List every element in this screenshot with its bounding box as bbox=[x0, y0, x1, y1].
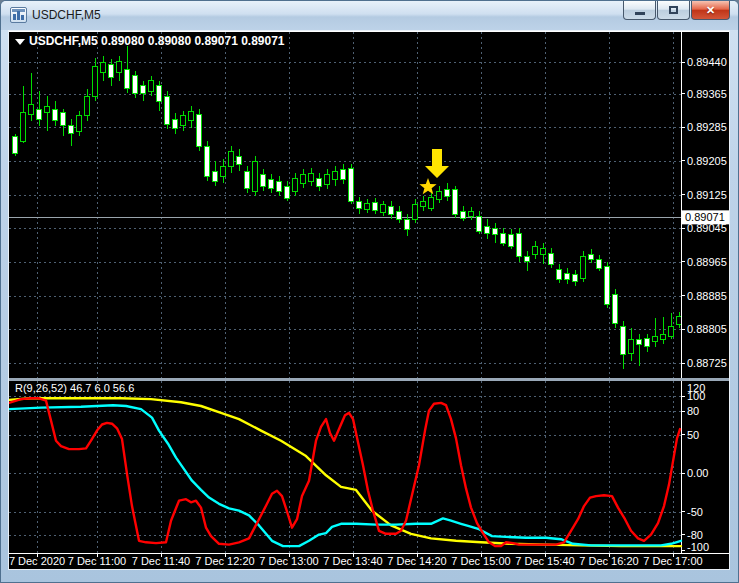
indicator-axis-label: 100 bbox=[687, 390, 705, 402]
time-axis-label: 7 Dec 15:40 bbox=[515, 555, 574, 567]
time-axis-label: 7 Dec 12:20 bbox=[195, 555, 254, 567]
svg-text:0.89071: 0.89071 bbox=[685, 211, 725, 223]
chart-window-icon bbox=[10, 7, 27, 23]
price-axis-label: 0.89285 bbox=[687, 121, 727, 133]
chart-background bbox=[9, 31, 729, 569]
time-axis-label: 7 Dec 14:20 bbox=[387, 555, 446, 567]
title-bar[interactable]: USDCHF,M5 ✕ bbox=[1, 1, 738, 30]
indicator-axis-label: 80 bbox=[687, 405, 699, 417]
minimize-button[interactable] bbox=[623, 1, 656, 20]
time-axis-label: 7 Dec 13:00 bbox=[259, 555, 318, 567]
close-button[interactable]: ✕ bbox=[691, 1, 730, 20]
time-axis-label: 7 Dec 11:00 bbox=[68, 555, 127, 567]
current-price-label: 0.89071 bbox=[681, 210, 729, 224]
maximize-button[interactable] bbox=[657, 1, 690, 20]
time-axis-label: 7 Dec 11:40 bbox=[132, 555, 191, 567]
candle bbox=[613, 289, 618, 327]
indicator-label: R(9,26,52) 46.7 6.0 56.6 bbox=[15, 382, 134, 394]
candle bbox=[349, 164, 354, 204]
price-axis-label: 0.89125 bbox=[687, 189, 727, 201]
price-axis-label: 0.88805 bbox=[687, 323, 727, 335]
time-axis: 7 Dec 20207 Dec 11:007 Dec 11:407 Dec 12… bbox=[9, 553, 703, 567]
chart-canvas[interactable]: 0.894400.893650.892850.892050.891250.890… bbox=[9, 31, 729, 569]
time-axis-label: 7 Dec 13:40 bbox=[323, 555, 382, 567]
candle bbox=[453, 186, 458, 218]
candle bbox=[205, 141, 210, 181]
indicator-axis-label: -100 bbox=[687, 541, 709, 553]
price-axis-label: 0.89205 bbox=[687, 155, 727, 167]
time-axis-label: 7 Dec 2020 bbox=[9, 555, 65, 567]
candle bbox=[165, 91, 170, 129]
indicator-axis-label: 50 bbox=[687, 429, 699, 441]
candle bbox=[605, 262, 610, 309]
candle bbox=[197, 109, 202, 151]
chart-header-text: USDCHF,M5 0.89080 0.89080 0.89071 0.8907… bbox=[29, 34, 285, 48]
candle bbox=[13, 134, 18, 156]
panel-separator bbox=[9, 378, 729, 381]
close-icon: ✕ bbox=[706, 5, 715, 16]
chart-area[interactable]: 0.894400.893650.892850.892050.891250.890… bbox=[8, 30, 730, 570]
minimize-icon bbox=[635, 12, 645, 15]
candle bbox=[253, 156, 258, 196]
price-axis-label: 0.88725 bbox=[687, 357, 727, 369]
price-axis-label: 0.89440 bbox=[687, 56, 727, 68]
chart-header: USDCHF,M5 0.89080 0.89080 0.89071 0.8907… bbox=[15, 34, 285, 48]
indicator-axis-label: -50 bbox=[687, 506, 703, 518]
time-axis-label: 7 Dec 17:00 bbox=[643, 555, 702, 567]
candle bbox=[517, 228, 522, 261]
restore-icon bbox=[669, 6, 678, 14]
price-axis-label: 0.88965 bbox=[687, 256, 727, 268]
indicator-axis-label: -80 bbox=[687, 529, 703, 541]
price-axis-label: 0.88885 bbox=[687, 290, 727, 302]
time-axis-label: 7 Dec 16:20 bbox=[579, 555, 638, 567]
candle bbox=[581, 251, 586, 282]
indicator-axis-label: 0.00 bbox=[687, 467, 708, 479]
window-title: USDCHF,M5 bbox=[32, 8, 101, 22]
price-axis-label: 0.89365 bbox=[687, 88, 727, 100]
window-controls: ✕ bbox=[623, 1, 730, 20]
time-axis-label: 7 Dec 15:00 bbox=[451, 555, 510, 567]
mt4-chart-window: USDCHF,M5 ✕ 0.894400.893650.892850.89205… bbox=[0, 0, 739, 583]
